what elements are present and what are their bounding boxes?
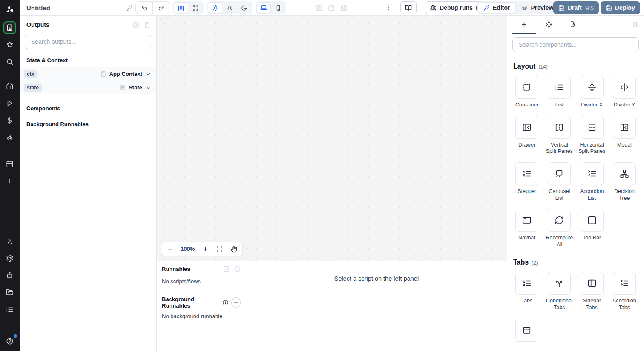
zoom-out-icon[interactable] (167, 246, 173, 252)
undo-button[interactable] (136, 2, 152, 14)
component-card[interactable] (548, 272, 571, 295)
component-partial[interactable] (512, 319, 541, 345)
component-card[interactable] (581, 116, 604, 139)
component-card[interactable] (581, 209, 604, 232)
panel-left-toggle-icon[interactable] (316, 5, 322, 12)
tab-styling[interactable] (561, 16, 586, 34)
theme-light-button[interactable] (222, 2, 237, 13)
component-card[interactable] (548, 162, 571, 185)
component-card[interactable] (613, 116, 636, 139)
rail-item-variables[interactable] (3, 114, 16, 127)
component-card[interactable] (515, 209, 538, 232)
component-top-bar[interactable]: Top Bar (578, 209, 607, 242)
expand-button[interactable] (188, 2, 203, 13)
collapse-right-panel-icon[interactable] (632, 21, 639, 28)
component-card[interactable] (581, 272, 604, 295)
component-accordion-tabs[interactable]: Accordion Tabs (610, 272, 639, 311)
collapse-panel-icon[interactable] (133, 22, 139, 28)
component-navbar[interactable]: Navbar (512, 209, 541, 242)
fit-view-icon[interactable] (216, 246, 223, 252)
components-search-input[interactable] (518, 41, 633, 49)
rail-item-resources[interactable] (3, 131, 16, 144)
deploy-button[interactable]: Deploy (601, 1, 640, 14)
collapse-bottom-icon[interactable] (223, 266, 230, 272)
component-card[interactable] (515, 272, 538, 295)
mobile-view-button[interactable] (271, 2, 285, 13)
document-icon[interactable] (144, 22, 150, 28)
rail-item-audit-logs[interactable] (3, 303, 16, 316)
redo-button[interactable] (153, 2, 170, 14)
component-card[interactable] (613, 162, 636, 185)
component-card[interactable] (581, 76, 604, 99)
runnables-panel: Runnables No scripts/flows Background Ru… (157, 261, 246, 351)
rail-item-add[interactable] (3, 175, 16, 187)
component-card[interactable] (515, 162, 538, 185)
app-canvas[interactable]: 100% (157, 16, 507, 261)
docs-button[interactable] (400, 1, 417, 14)
component-vertical-split-panes[interactable]: Vertical Split Panes (545, 116, 574, 155)
list-icon (6, 305, 14, 313)
zoom-reset-button[interactable]: |0| (174, 2, 188, 13)
edit-title-icon[interactable] (126, 5, 133, 11)
desktop-view-button[interactable] (256, 2, 271, 13)
rail-item-workers[interactable] (3, 269, 16, 282)
output-row-state[interactable]: state State (20, 81, 156, 94)
rail-item-runs[interactable] (3, 97, 16, 109)
component-conditional-tabs[interactable]: Conditional Tabs (545, 272, 574, 311)
outputs-search-input[interactable] (30, 38, 146, 46)
component-card[interactable] (548, 209, 571, 232)
component-card[interactable] (515, 76, 538, 99)
editor-tab[interactable]: Editor (478, 2, 516, 13)
component-card[interactable] (548, 76, 571, 99)
component-divider-y[interactable]: Divider Y (610, 76, 639, 109)
component-card[interactable] (515, 319, 538, 342)
output-row-ctx[interactable]: ctx App Context (20, 67, 156, 81)
component-card[interactable] (613, 76, 636, 99)
preview-tab[interactable]: Preview (516, 2, 559, 13)
panel-right-toggle-icon[interactable] (340, 5, 347, 12)
component-container[interactable]: Container (512, 76, 541, 109)
component-decision-tree[interactable]: Decision Tree (610, 162, 639, 201)
document-icon[interactable] (234, 266, 241, 272)
windmill-logo[interactable] (0, 0, 20, 19)
theme-dark-button[interactable] (237, 2, 251, 13)
component-list[interactable]: List (545, 76, 574, 109)
rail-item-home[interactable] (3, 80, 16, 92)
more-menu-button[interactable] (383, 2, 395, 14)
component-card[interactable] (548, 116, 571, 139)
info-icon[interactable] (222, 299, 229, 306)
component-carousel-list[interactable]: Carousel List (545, 162, 574, 201)
add-background-runnable-button[interactable] (231, 297, 241, 308)
draft-button[interactable]: Draft ⌘S (553, 1, 599, 14)
chevron-down-icon[interactable] (145, 71, 151, 77)
component-modal[interactable]: Modal (610, 116, 639, 149)
component-stepper[interactable]: Stepper (512, 162, 541, 195)
component-card[interactable] (613, 272, 636, 295)
pan-hand-icon[interactable] (230, 246, 237, 253)
rail-item-users[interactable] (3, 235, 16, 247)
component-divider-x[interactable]: Divider X (578, 76, 607, 109)
component-card[interactable] (581, 162, 604, 185)
canvas-topbar-dropzone[interactable] (161, 19, 503, 36)
theme-auto-button[interactable] (208, 2, 222, 13)
component-card[interactable] (515, 116, 538, 139)
chevron-down-icon[interactable] (145, 85, 151, 91)
component-horizontal-split-panes[interactable]: Horizontal Split Panes (578, 116, 607, 155)
component-sidebar-tabs[interactable]: Sidebar Tabs (578, 272, 607, 311)
tab-component-settings[interactable] (536, 16, 561, 34)
rail-item-search[interactable] (3, 55, 16, 68)
rail-item-apps[interactable] (3, 21, 16, 34)
zoom-in-icon[interactable] (202, 246, 209, 252)
component-recompute-all[interactable]: Recompute All (545, 209, 574, 248)
rail-item-help[interactable] (3, 335, 16, 348)
tab-insert-component[interactable] (512, 16, 536, 34)
component-drawer[interactable]: Drawer (512, 116, 541, 149)
section-count: (14) (538, 64, 547, 70)
rail-item-settings[interactable] (3, 252, 16, 265)
rail-item-folders[interactable] (3, 286, 16, 299)
rail-item-favorites[interactable] (3, 38, 16, 51)
rail-item-schedules[interactable] (3, 158, 16, 170)
panel-bottom-toggle-icon[interactable] (328, 5, 335, 12)
component-accordion-list[interactable]: Accordion List (578, 162, 607, 201)
component-tabs[interactable]: Tabs (512, 272, 541, 305)
